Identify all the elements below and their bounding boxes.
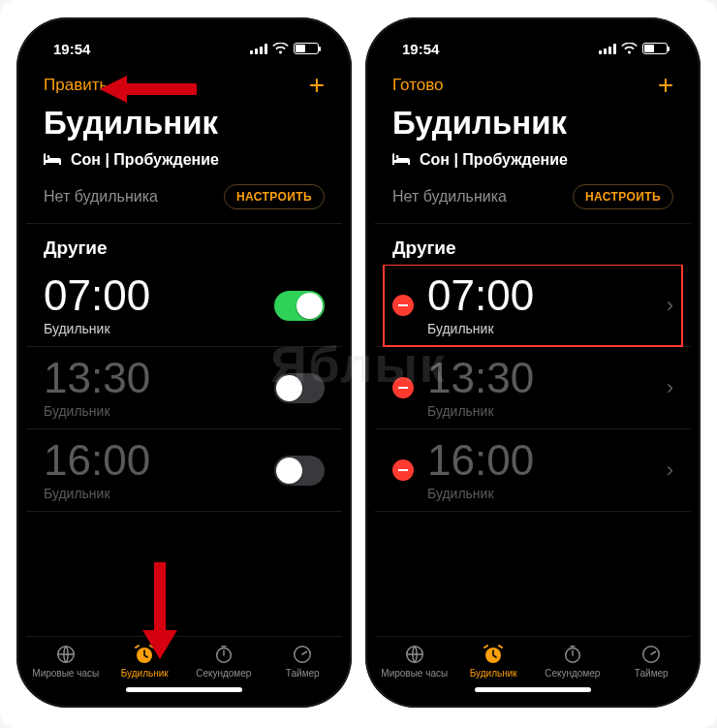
tab-alarm[interactable]: Будильник — [454, 643, 534, 679]
stopwatch-icon — [213, 643, 234, 666]
status-time: 19:54 — [53, 41, 90, 57]
alarm-time: 13:30 — [44, 357, 274, 399]
tab-label: Секундомер — [545, 668, 600, 679]
alarm-row[interactable]: 07:00 Будильник — [26, 265, 342, 347]
home-indicator[interactable] — [375, 681, 691, 698]
tab-label: Таймер — [635, 668, 669, 679]
delete-button[interactable] — [392, 377, 414, 398]
alarm-row-edit[interactable]: 07:00 Будильник › — [375, 265, 691, 347]
alarm-label: Будильник — [427, 486, 657, 501]
no-alarm-text: Нет будильника — [392, 188, 507, 206]
alarm-row[interactable]: 13:30 Будильник — [26, 347, 342, 429]
sleep-section-label: Сон | Пробуждение — [71, 151, 219, 169]
battery-icon — [294, 43, 319, 54]
alarm-toggle[interactable] — [274, 456, 325, 486]
tab-stopwatch[interactable]: Секундомер — [184, 643, 264, 679]
chevron-right-icon: › — [657, 458, 673, 483]
tab-label: Секундомер — [196, 668, 251, 679]
no-alarm-text: Нет будильника — [44, 188, 158, 206]
alarm-toggle[interactable] — [274, 373, 325, 403]
page-title: Будильник — [26, 103, 342, 151]
tab-label: Мировые часы — [381, 668, 448, 679]
alarm-time: 07:00 — [427, 274, 657, 317]
other-section-label: Другие — [375, 224, 691, 265]
tab-label: Таймер — [286, 668, 320, 679]
stopwatch-icon — [562, 643, 583, 666]
alarm-label: Будильник — [44, 486, 274, 501]
page-title: Будильник — [375, 103, 691, 151]
done-button[interactable]: Готово — [392, 76, 444, 95]
alarm-time: 16:00 — [44, 439, 274, 482]
chevron-right-icon: › — [657, 293, 673, 318]
timer-icon — [292, 643, 313, 666]
alarm-label: Будильник — [427, 321, 657, 336]
phone-left: 19:54 Править + Будильник Сон | Про — [16, 17, 352, 708]
add-alarm-button[interactable]: + — [658, 72, 673, 99]
notch — [111, 27, 257, 52]
edit-button[interactable]: Править — [44, 76, 108, 95]
status-time: 19:54 — [402, 41, 439, 57]
wifi-icon — [272, 43, 289, 54]
alarm-label: Будильник — [44, 403, 274, 419]
alarm-row-edit[interactable]: 16:00 Будильник › — [375, 429, 691, 512]
battery-icon — [642, 43, 668, 54]
tab-world-clock[interactable]: Мировые часы — [26, 643, 106, 679]
timer-icon — [640, 643, 662, 666]
alarm-row-edit[interactable]: 13:30 Будильник › — [375, 347, 691, 429]
tab-world-clock[interactable]: Мировые часы — [375, 643, 454, 679]
alarm-label: Будильник — [44, 321, 274, 336]
delete-button[interactable] — [392, 459, 414, 481]
svg-marker-5 — [142, 562, 177, 659]
tab-bar: Мировые часы Будильник Секундомер Таймер — [375, 636, 691, 681]
globe-icon — [55, 643, 77, 666]
tab-label: Будильник — [121, 668, 169, 679]
bed-icon — [44, 153, 63, 167]
phone-right: 19:54 Готово + Будильник Сон | Проб — [365, 17, 701, 708]
configure-button[interactable]: НАСТРОИТЬ — [573, 184, 673, 209]
home-indicator[interactable] — [26, 681, 342, 698]
bed-icon — [392, 153, 412, 167]
add-alarm-button[interactable]: + — [309, 72, 325, 99]
tab-label: Будильник — [470, 668, 517, 679]
notch — [460, 27, 606, 52]
globe-icon — [404, 643, 425, 666]
delete-button[interactable] — [392, 295, 414, 316]
sleep-section-label: Сон | Пробуждение — [420, 151, 568, 169]
wifi-icon — [621, 43, 638, 54]
annotation-arrow-tab — [133, 562, 187, 659]
alarm-toggle[interactable] — [274, 291, 325, 321]
alarm-time: 07:00 — [44, 274, 274, 317]
svg-marker-4 — [100, 76, 197, 103]
tab-timer[interactable]: Таймер — [264, 643, 343, 679]
other-section-label: Другие — [26, 224, 342, 265]
tab-label: Мировые часы — [32, 668, 99, 679]
alarm-label: Будильник — [427, 403, 657, 419]
annotation-arrow-edit — [100, 70, 197, 109]
alarm-row[interactable]: 16:00 Будильник — [26, 429, 342, 512]
alarm-time: 13:30 — [427, 357, 657, 399]
tab-stopwatch[interactable]: Секундомер — [533, 643, 612, 679]
alarm-time: 16:00 — [427, 439, 657, 482]
alarm-clock-icon — [482, 643, 505, 666]
configure-button[interactable]: НАСТРОИТЬ — [224, 184, 325, 209]
tab-timer[interactable]: Таймер — [612, 643, 692, 679]
chevron-right-icon: › — [657, 375, 673, 400]
